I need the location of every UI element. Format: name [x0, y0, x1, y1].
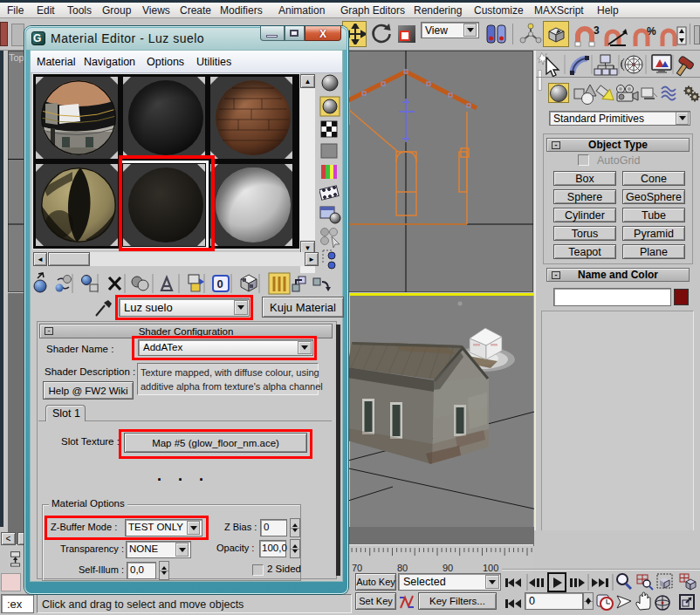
- svg-text:%: %: [647, 25, 656, 38]
- svg-text:3: 3: [594, 25, 600, 37]
- svg-text:0: 0: [217, 277, 223, 290]
